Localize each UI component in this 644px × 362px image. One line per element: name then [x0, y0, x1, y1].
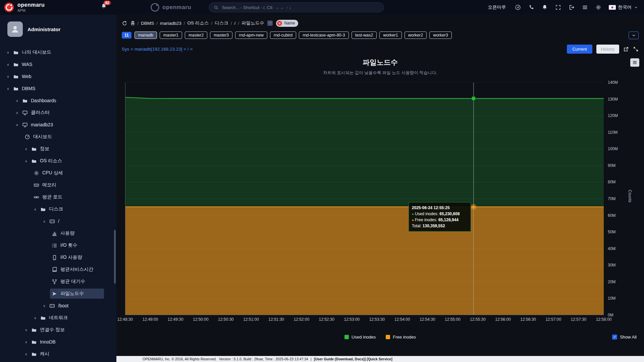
chart-title: 파일노드수 — [116, 58, 644, 67]
x-tick-label: 12:54:30 — [420, 317, 435, 322]
speed-button[interactable] — [515, 4, 521, 10]
center-brand-name: openmaru — [162, 4, 191, 11]
sidebar-scrollbar[interactable] — [114, 230, 116, 284]
sidebar-item-3-DBMS[interactable]: ∧DBMS — [0, 82, 116, 95]
topbar: openmaru APM 82 openmaru 오픈마루 한국어 — [0, 0, 644, 15]
chevron-up-icon: ∧ — [32, 207, 39, 211]
x-tick-label: 12:55:30 — [470, 317, 486, 322]
server-tag-worker2[interactable]: worker2 — [405, 32, 427, 39]
sidebar-item-13-디스크[interactable]: ∧디스크 — [0, 203, 116, 215]
sidebar-item-10-CPU-상세[interactable]: CPU 상세 — [0, 167, 116, 179]
language-selector[interactable]: 한국어 — [609, 4, 638, 10]
tooltip-row: ●Used inodes: 65,230,608 — [412, 211, 468, 217]
chevron-down-icon: ∨ — [14, 99, 20, 103]
footer: OPENMARU, Inc. © 2016, All Rights Reserv… — [116, 356, 644, 362]
server-tag-test-was2[interactable]: test-was2 — [352, 32, 377, 39]
legend-item-free-inodes[interactable]: Free inodes — [386, 335, 416, 340]
show-all-checkbox[interactable]: ✓ — [612, 335, 617, 340]
refresh-icon[interactable] — [122, 20, 127, 26]
sidebar-item-label: 파일노드수 — [60, 291, 84, 297]
current-button[interactable]: Current — [567, 45, 592, 54]
sidebar-item-23-연결수-정보[interactable]: ∨연결수 정보 — [0, 324, 116, 336]
remove-filter-icon[interactable] — [277, 21, 282, 26]
x-tick-label: 12:48:30 — [117, 317, 133, 322]
chart-menu-button[interactable] — [630, 58, 639, 67]
server-tag-rnd-testcase-apm-80-3[interactable]: rnd-testcase-apm-80-3 — [299, 32, 348, 39]
server-tag-master2[interactable]: master2 — [185, 32, 207, 39]
breadcrumb-item[interactable]: 홈 — [130, 20, 135, 26]
phone-button[interactable] — [528, 4, 534, 10]
sidebar-item-17-I/O-사용량[interactable]: I/O 사용량 — [0, 251, 116, 263]
fork-icon — [52, 279, 57, 285]
signout-button[interactable] — [569, 4, 575, 10]
tooltip-time: 2025-06-24 12:55:25 — [412, 205, 468, 211]
sidebar-item-label: 사용량 — [60, 230, 74, 236]
sidebar-item-5-클러스터[interactable]: ∨클러스터 — [0, 107, 116, 119]
chevron-up-icon: ∧ — [23, 159, 30, 163]
sidebar-item-2-Web[interactable]: ∨Web — [0, 70, 116, 82]
sidebar-item-24-InnoDB[interactable]: ∨InnoDB — [0, 336, 116, 348]
external-link-icon[interactable] — [623, 46, 629, 52]
sidebar-item-16-I/O-횟수[interactable]: I/O 횟수 — [0, 239, 116, 251]
sidebar-item-15-사용량[interactable]: 사용량 — [0, 227, 116, 239]
x-tick-label: 12:52:30 — [319, 317, 334, 322]
show-all-toggle[interactable]: ✓ Show All — [612, 335, 637, 340]
sidebar-item-7-대시보드[interactable]: 대시보드 — [0, 131, 116, 143]
avatar[interactable] — [7, 21, 23, 37]
breadcrumb-item[interactable]: / — [234, 21, 235, 26]
gear-button[interactable] — [595, 4, 601, 10]
menu-button[interactable] — [582, 4, 588, 10]
chart-plot[interactable] — [125, 82, 604, 315]
y-axis-title: Counts — [628, 190, 632, 202]
server-tag-worker3[interactable]: worker3 — [429, 32, 451, 39]
sidebar-item-8-정보[interactable]: ∨정보 — [0, 143, 116, 155]
bell-button[interactable] — [542, 4, 548, 10]
history-button[interactable]: History — [596, 45, 619, 54]
apps-button[interactable] — [555, 4, 561, 10]
sidebar-item-4-Dashboards[interactable]: ∨Dashboards — [0, 95, 116, 107]
server-tag-master1[interactable]: master1 — [160, 32, 182, 39]
server-tag-master3[interactable]: master3 — [210, 32, 232, 39]
sidebar-item-0-나의-대시보드[interactable]: ∧나의 대시보드 — [0, 46, 116, 58]
sidebar-item-20-파일노드수[interactable]: 파일노드수 — [0, 288, 116, 300]
sidebar-item-label: 대시보드 — [33, 134, 52, 140]
breadcrumb-item[interactable]: mariadb23 — [160, 21, 181, 26]
instance-path[interactable]: Sys > mariadb[192.168.23.23] > / > — [122, 47, 193, 52]
search-input[interactable] — [222, 5, 379, 10]
sidebar-item-18-평균서비스시간[interactable]: 평균서비스시간 — [0, 263, 116, 276]
chevron-down-icon: ∨ — [23, 352, 30, 356]
grid-view-icon[interactable] — [267, 20, 273, 26]
breadcrumb-item[interactable]: 파일노드수 — [241, 20, 264, 26]
server-tag-mariadb[interactable]: mariadb — [135, 32, 157, 39]
search-box[interactable] — [209, 2, 384, 12]
tags-dropdown-button[interactable] — [629, 32, 639, 39]
sidebar-item-14-/[interactable]: ∧/ — [0, 215, 116, 227]
server-tag-worker1[interactable]: worker1 — [379, 32, 401, 39]
legend-item-used-inodes[interactable]: Used inodes — [344, 335, 376, 340]
openmaru-logo-icon[interactable] — [4, 2, 14, 12]
sidebar-item-19-평균-대기수[interactable]: 평균 대기수 — [0, 276, 116, 288]
phone-icon — [528, 4, 534, 10]
breadcrumb-item[interactable]: OS 리소스 — [187, 20, 209, 26]
sidebar-item-12-평균-로드[interactable]: 평균 로드 — [0, 191, 116, 203]
breadcrumb-item[interactable]: 디스크 — [215, 20, 228, 26]
chevron-down-icon: ∨ — [5, 75, 11, 78]
sidebar-item-9-OS-리소스[interactable]: ∧OS 리소스 — [0, 155, 116, 167]
sidebar-item-25-캐시[interactable]: ∨캐시 — [0, 348, 116, 360]
server-tag-rnd-apm-new[interactable]: rnd-apm-new — [235, 32, 267, 39]
breadcrumb-item[interactable]: DBMS — [141, 21, 154, 26]
sidebar-item-11-메모리[interactable]: 메모리 — [0, 179, 116, 191]
fullscreen-icon[interactable] — [633, 46, 639, 52]
filter-chip-name[interactable]: Name — [276, 20, 298, 27]
notifications-button[interactable]: 82 — [101, 3, 107, 11]
sidebar-item-6-mariadb23[interactable]: ∧mariadb23 — [0, 119, 116, 131]
folder-icon — [22, 98, 28, 104]
sidebar-item-21-/boot[interactable]: ∨/boot — [0, 300, 116, 312]
chart-subtitle: 차트에 표시되는 값이 낮을수록 파일 노드 사용량이 적습니다. — [116, 70, 644, 76]
footer-links[interactable]: [User Guide (Download, Docs)] [Quick Ser… — [314, 357, 392, 361]
brand: openmaru APM 82 — [0, 0, 116, 15]
sidebar-item-22-네트워크[interactable]: ∨네트워크 — [0, 312, 116, 324]
x-tick-label: 12:57:00 — [545, 317, 561, 322]
sidebar-item-1-WAS[interactable]: ∧WAS — [0, 58, 116, 70]
server-tag-rnd-cubird[interactable]: rnd-cubird — [270, 32, 296, 39]
